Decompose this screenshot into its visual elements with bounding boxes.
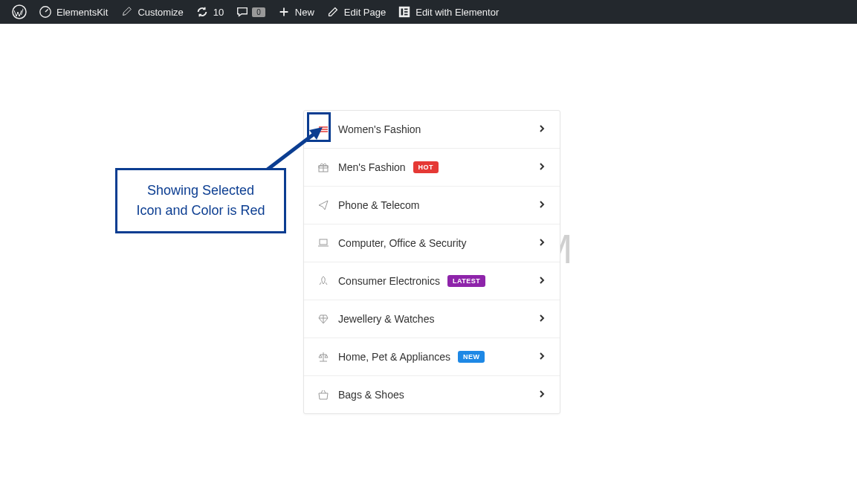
category-item-jewellery-watches[interactable]: Jewellery & Watches bbox=[304, 300, 560, 338]
svg-rect-3 bbox=[401, 9, 404, 16]
wp-logo[interactable] bbox=[6, 0, 33, 24]
category-item-womens-fashion[interactable]: Women's Fashion bbox=[304, 111, 560, 149]
chevron-right-icon bbox=[537, 236, 546, 250]
dashboard-icon bbox=[39, 5, 52, 19]
callout-line2: Icon and Color is Red bbox=[131, 201, 271, 221]
chevron-right-icon bbox=[537, 161, 546, 174]
chevron-right-icon bbox=[537, 123, 546, 136]
category-item-computer-office[interactable]: Computer, Office & Security bbox=[304, 224, 560, 262]
edit-elementor-label: Edit with Elementor bbox=[415, 7, 499, 18]
comments-menu[interactable]: 0 bbox=[230, 0, 271, 24]
paper-plane-icon bbox=[317, 199, 329, 211]
wp-admin-bar: ElementsKit Customize 10 0 New Edit Page bbox=[0, 0, 857, 24]
category-label: Women's Fashion bbox=[338, 123, 421, 135]
wordpress-icon bbox=[12, 4, 27, 19]
new-menu[interactable]: New bbox=[271, 0, 320, 24]
elementskit-menu[interactable]: ElementsKit bbox=[33, 0, 114, 24]
callout-line1: Showing Selected bbox=[131, 181, 271, 201]
gem-icon bbox=[317, 313, 329, 325]
callout-box: Showing Selected Icon and Color is Red bbox=[115, 168, 286, 233]
callout-highlight-box bbox=[307, 112, 331, 142]
customize-label: Customize bbox=[138, 7, 183, 18]
comment-icon bbox=[236, 5, 249, 19]
pencil-icon bbox=[326, 5, 340, 19]
category-label: Home, Pet & Appliances bbox=[338, 351, 450, 363]
plus-icon bbox=[277, 5, 291, 19]
chevron-right-icon bbox=[537, 198, 546, 212]
edit-page-menu[interactable]: Edit Page bbox=[320, 0, 392, 24]
customize-menu[interactable]: Customize bbox=[114, 0, 189, 24]
basket-icon bbox=[317, 389, 329, 401]
badge-latest: LATEST bbox=[447, 275, 485, 287]
new-label: New bbox=[295, 7, 314, 18]
edit-page-label: Edit Page bbox=[344, 7, 386, 18]
scale-icon bbox=[317, 351, 329, 363]
chevron-right-icon bbox=[537, 274, 546, 288]
category-label: Men's Fashion bbox=[338, 161, 406, 173]
laptop-icon bbox=[317, 237, 329, 249]
refresh-icon bbox=[195, 5, 209, 19]
category-item-home-pet[interactable]: Home, Pet & Appliances NEW bbox=[304, 338, 560, 376]
svg-rect-5 bbox=[404, 11, 408, 13]
category-item-bags-shoes[interactable]: Bags & Shoes bbox=[304, 376, 560, 413]
badge-new: NEW bbox=[458, 351, 485, 363]
gift-icon bbox=[317, 161, 329, 173]
category-label: Consumer Electronics bbox=[338, 275, 440, 287]
brush-icon bbox=[120, 5, 133, 19]
elementor-icon bbox=[398, 5, 411, 19]
edit-elementor-menu[interactable]: Edit with Elementor bbox=[392, 0, 505, 24]
category-label: Bags & Shoes bbox=[338, 389, 404, 401]
chevron-right-icon bbox=[537, 312, 546, 326]
category-item-mens-fashion[interactable]: Men's Fashion HOT bbox=[304, 149, 560, 187]
updates-count: 10 bbox=[213, 7, 224, 18]
comments-count: 0 bbox=[252, 7, 265, 17]
badge-hot: HOT bbox=[413, 161, 439, 173]
category-item-phone-telecom[interactable]: Phone & Telecom bbox=[304, 187, 560, 224]
updates-menu[interactable]: 10 bbox=[190, 0, 230, 24]
category-label: Phone & Telecom bbox=[338, 199, 419, 211]
svg-rect-6 bbox=[404, 14, 408, 16]
svg-rect-8 bbox=[320, 239, 327, 245]
chevron-right-icon bbox=[537, 388, 546, 401]
category-panel: Women's Fashion Men's Fashion HOT Phone … bbox=[303, 110, 560, 414]
elementskit-label: ElementsKit bbox=[56, 7, 108, 18]
category-label: Jewellery & Watches bbox=[338, 313, 434, 325]
rocket-icon bbox=[317, 275, 329, 287]
category-label: Computer, Office & Security bbox=[338, 237, 466, 249]
svg-rect-4 bbox=[404, 9, 408, 10]
category-item-consumer-electronics[interactable]: Consumer Electronics LATEST bbox=[304, 262, 560, 300]
chevron-right-icon bbox=[537, 350, 546, 364]
